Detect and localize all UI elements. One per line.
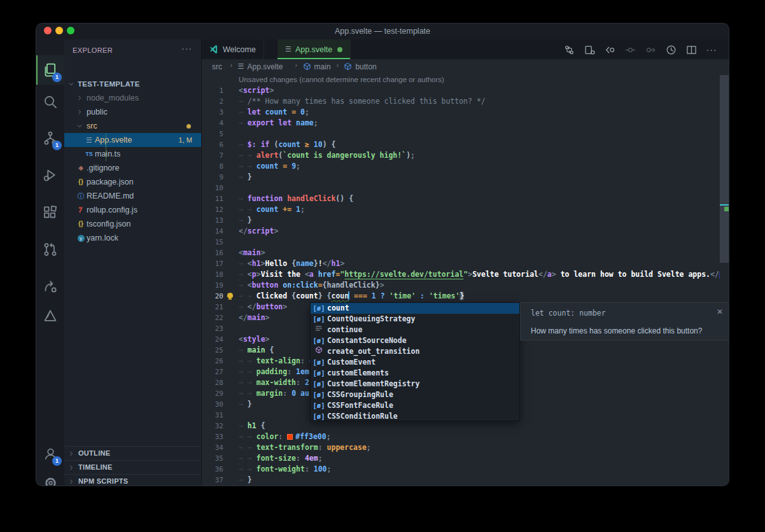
split-editor-icon[interactable] [683,41,699,58]
code-line-5[interactable]: 5 [202,129,720,139]
activity-item-source-control[interactable]: 1 [36,123,64,153]
code-line-9[interactable]: 9→ } [202,172,720,183]
suggestion-cssconditionrule[interactable]: [ø]CSSConditionRule [311,411,519,422]
code-line-3[interactable]: 3→ let count = 0; [202,107,720,118]
code-editor[interactable]: Unsaved changes (cannot determine recent… [202,74,720,486]
tree-item--gitignore[interactable]: ◆.gitignore [64,161,201,175]
activity-badge: 1 [52,73,62,82]
suggestion-cssgroupingrule[interactable]: [ø]CSSGroupingRule [311,389,519,400]
suggestion-cssfontfacerule[interactable]: [ø]CSSFontFaceRule [311,400,519,411]
tree-item-src[interactable]: src [64,119,201,133]
tree-item-label: README.md [87,189,134,203]
code-line-4[interactable]: 4→ export let name; [202,118,720,129]
indent-marker: → [248,443,256,452]
indent-marker: → [248,291,256,300]
line-number: 23 [202,323,223,334]
vscode-logo-icon [209,45,219,54]
more-actions-icon[interactable]: ··· [181,43,192,53]
split-editor [686,45,697,55]
tree-item-readme-md[interactable]: ⓘREADME.md [64,189,201,203]
activity-item-accounts[interactable]: 1 [36,439,64,468]
suggestion-count[interactable]: [ø]count [311,303,519,314]
line-number: 33 [202,431,223,442]
close-icon[interactable]: ✕ [717,307,723,316]
tab-welcome[interactable]: Welcome [202,39,264,59]
line-number: 21 [202,302,223,312]
lightbulb-icon[interactable] [227,293,233,298]
code-line-37[interactable]: 37→ } [202,475,720,486]
suggestion-customelements[interactable]: [ø]customElements [311,368,519,379]
code-line-15[interactable]: 15 [202,237,720,248]
tree-item-yarn-lock[interactable]: yyarn.lock [64,231,201,245]
code-line-18[interactable]: 18→ <p>Visit the <a href="https://svelte… [202,269,720,280]
suggestion-create_out_transition[interactable]: create_out_transition [311,346,519,357]
code-line-16[interactable]: 16<main> [202,248,720,258]
indent-marker: → [239,281,248,290]
line-number: 19 [202,280,223,291]
code-line-10[interactable]: 10 [202,183,720,193]
editor-scrollbar[interactable] [720,74,729,486]
breadcrumb-button[interactable]: button [344,59,376,74]
file-history-icon[interactable] [663,41,679,58]
activity-item-settings[interactable] [36,468,64,486]
breadcrumb-app-svelte[interactable]: ☰App.svelte [238,59,283,74]
suggestion-customevent[interactable]: [ø]CustomEvent [311,357,519,368]
code-line-33[interactable]: 33→ → color: #ff3e00; [202,431,720,442]
activity-item-explorer[interactable]: 1 [36,55,64,85]
previous-change-icon[interactable] [601,41,618,58]
scrollbar-thumb[interactable] [720,75,729,263]
tree-item-app-svelte[interactable]: ☰App.svelte1, M [64,133,201,147]
git-compare-icon[interactable] [561,41,577,58]
code-line-19[interactable]: 19→ <button on:click={handleClick}> [202,280,720,291]
section-npm-scripts[interactable]: NPM SCRIPTS [64,474,201,486]
tree-root-test-template[interactable]: TEST-TEMPLATE [64,77,201,91]
activity-item-azure[interactable] [36,301,64,330]
code-line-13[interactable]: 13→ } [202,215,720,226]
section-outline[interactable]: OUTLINE [64,446,201,460]
open-changes-icon[interactable] [581,41,598,58]
code-line-7[interactable]: 7→ → alert(`count is dangerously high!`)… [202,150,720,161]
previous-diff-icon[interactable] [622,41,638,58]
code-line-12[interactable]: 12→ → count += 1; [202,204,720,215]
code-line-35[interactable]: 35→ → font-size: 4em; [202,453,720,464]
suggestion-customelementregistry[interactable]: [ø]CustomElementRegistry [311,379,519,389]
tree-item-package-json[interactable]: {}package.json [64,175,201,189]
color-swatch[interactable] [287,434,293,440]
line-number: 24 [202,334,223,345]
activity-item-search[interactable] [36,87,64,116]
code-line-11[interactable]: 11→ function handleClick() { [202,193,720,204]
code-line-20[interactable]: 20→ → Clicked {count} {coun === 1 ? 'tim… [202,291,720,302]
suggestion-countqueuingstrategy[interactable]: [ø]CountQueuingStrategy [311,314,519,325]
tree-item-public[interactable]: public [64,105,201,119]
activity-item-github-pull-requests[interactable] [36,235,64,264]
tree-item-tsconfig-json[interactable]: {}tsconfig.json [64,217,201,231]
more-actions-icon[interactable]: ··· [703,41,720,58]
tree-item-label: src [87,119,97,133]
breadcrumb-main[interactable]: main [303,59,331,74]
activity-item-live-share[interactable] [36,272,64,301]
tree-item-main-ts[interactable]: TSmain.ts [64,147,201,161]
line-number: 32 [202,421,223,431]
tab-app-svelte[interactable]: ☰App.svelte [277,39,351,59]
tree-item-rollup-config-js[interactable]: rollup.config.js [64,203,201,217]
code-line-17[interactable]: 17→ <h1>Hello {name}!</h1> [202,258,720,269]
code-line-2[interactable]: 2→ /** How many times has someone clicke… [202,96,720,107]
code-line-14[interactable]: 14</script> [202,226,720,237]
indent-marker: → [239,367,248,376]
section-timeline[interactable]: TIMELINE [64,460,201,474]
code-line-32[interactable]: 32→ h1 { [202,421,720,431]
code-line-36[interactable]: 36→ → font-weight: 100; [202,464,720,475]
suggestion-continue[interactable]: continue [311,325,519,335]
tree-item-node-modules[interactable]: node_modules [64,91,201,105]
code-line-1[interactable]: 1<script> [202,85,720,96]
breadcrumb-src[interactable]: src [212,59,222,74]
code-line-34[interactable]: 34→ → text-transform: uppercase; [202,442,720,453]
activity-bar: 111 [36,39,64,486]
line-number: 18 [202,269,223,280]
next-diff-icon[interactable] [642,41,659,58]
code-line-6[interactable]: 6→ $: if (count ≥ 10) { [202,139,720,150]
code-line-8[interactable]: 8→ → count = 9; [202,161,720,172]
activity-item-run-and-debug[interactable] [36,160,64,190]
activity-item-extensions[interactable] [36,198,64,227]
suggestion-constantsourcenode[interactable]: [ø]ConstantSourceNode [311,335,519,346]
